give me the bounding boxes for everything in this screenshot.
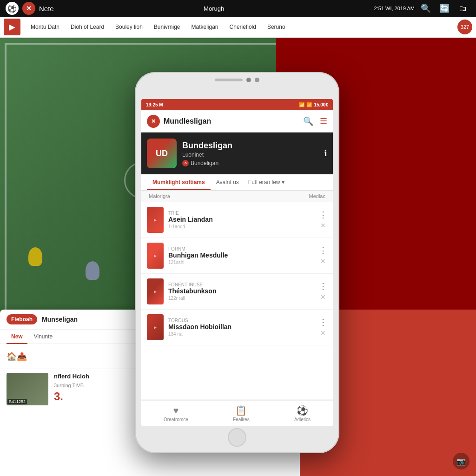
phone-header-icons: 🔍 ☰ (303, 116, 327, 126)
windows-button[interactable]: 🗂 (456, 1, 470, 16)
item-category-3: Torous (168, 318, 314, 323)
phone-tabs: Mumklight softiams Avalnt us Futl eran l… (141, 174, 333, 191)
nav-badge: 327 (457, 20, 472, 34)
phone-shell: 19:25 M 📶 📶 15.00€ ✕ Mundlesligan 🔍 ☰ (135, 72, 339, 453)
bottom-nav-oreafromce[interactable]: ♥ Oreafromce (164, 405, 188, 422)
phone-overlay: 19:25 M 📶 📶 15.00€ ✕ Mundlesligan 🔍 ☰ (135, 72, 339, 453)
item-title-0[interactable]: Asein Liandan (168, 216, 314, 224)
phone-app-header: ✕ Mundlesligan 🔍 ☰ (141, 110, 333, 132)
player-figure-2 (86, 261, 99, 280)
phone-speaker (215, 79, 243, 81)
phone-bottom-nav: ♥ Oreafromce 📋 Fealires ⚽ Adletics (141, 400, 333, 426)
nav-tab-4[interactable]: Matkeligan (187, 21, 223, 33)
phone-tab-dropdown[interactable]: Futl eran lew ▾ (245, 174, 288, 190)
phone-app-title: Mundlesligan (164, 117, 299, 126)
list-item: ▶ Fornm Bunhigan Mesdulle 121sshi ⋮ ✕ (141, 238, 333, 274)
list-item-thumb-0: ▶ (147, 207, 164, 233)
phone-tab-0[interactable]: Mumklight softiams (147, 174, 211, 190)
phone-status-right: 📶 📶 15.00€ (299, 102, 328, 107)
thumb-inner-2: ▶ (147, 278, 164, 304)
card-nav-new[interactable]: New (7, 330, 27, 344)
phone-signal-icon: 📶 (306, 102, 312, 107)
soccer-ball-icon: ⚽ (297, 405, 308, 416)
list-item: ▶ Fonent Inuse Théstabunkson 122r rall ⋮… (141, 274, 333, 310)
channel-name: Bundesligan (182, 141, 318, 151)
phone-list: ▶ Trie Asein Liandan 1·1aodd ⋮ ✕ ▶ (141, 202, 333, 399)
item-meta-3: 134 nal (168, 331, 314, 337)
channel-tag: ✕ Bundeligan (182, 160, 318, 166)
item-title-1[interactable]: Bunhigan Mesdulle (168, 251, 314, 259)
phone-sensor (255, 78, 259, 82)
item-category-1: Fornm (168, 246, 314, 251)
item-title-2[interactable]: Théstabunkson (168, 287, 314, 295)
item-category-2: Fonent Inuse (168, 282, 314, 287)
more-icon-0[interactable]: ⋮ (319, 211, 327, 219)
card-nav-vinunte[interactable]: Vinunte (29, 330, 57, 344)
list-item-content-2: Fonent Inuse Théstabunkson 122r rall (168, 282, 314, 301)
phone-screen: 19:25 M 📶 📶 15.00€ ✕ Mundlesligan 🔍 ☰ (141, 99, 333, 426)
thumb-inner-3: ▶ (147, 314, 164, 340)
item-meta-2: 122r rall (168, 296, 314, 301)
phone-tab-1[interactable]: Avalnt us (211, 174, 245, 190)
list-item-thumb-2: ▶ (147, 278, 164, 304)
nav-label-2: Adletics (294, 417, 311, 422)
channel-logo-text: UD (156, 149, 168, 159)
desktop-nav: ▶ Montu Dath Dioh of Leard Bouley lioh B… (0, 17, 476, 38)
nav-tab-5[interactable]: Cheriefiold (225, 21, 261, 33)
phone-channel-banner: UD Bundesligan Luoninet ✕ Bundeligan ℹ (141, 132, 333, 174)
list-item: ▶ Trie Asein Liandan 1·1aodd ⋮ ✕ (141, 202, 333, 238)
bottom-nav-fealires[interactable]: 📋 Fealires (233, 405, 250, 422)
close-icon-3[interactable]: ✕ (320, 329, 326, 337)
channel-info: Bundesligan Luoninet ✕ Bundeligan (182, 141, 318, 166)
nav-tab-0[interactable]: Montu Dath (26, 21, 64, 33)
item-title-3[interactable]: Missdaon Hobioillan (168, 323, 314, 331)
phone-battery: 15.00€ (314, 102, 328, 107)
refresh-button[interactable]: 🔄 (437, 1, 452, 16)
nav-tab-1[interactable]: Dioh of Leard (66, 21, 109, 33)
list-item-content-3: Torous Missdaon Hobioillan 134 nal (168, 318, 314, 337)
list-item-thumb-3: ▶ (147, 314, 164, 340)
nav-tab-3[interactable]: Bunivrnige (149, 21, 185, 33)
list-item-actions-1: ⋮ ✕ (319, 246, 327, 265)
channel-info-icon[interactable]: ℹ (324, 148, 327, 159)
close-icon-0[interactable]: ✕ (320, 222, 326, 229)
heart-icon: ♥ (173, 405, 179, 416)
phone-home-button[interactable] (228, 428, 246, 447)
nav-tab-2[interactable]: Bouley lioh (111, 21, 147, 33)
nav-label-1: Fealires (233, 417, 250, 422)
phone-app-logo: ✕ (147, 115, 160, 128)
list-item-content-1: Fornm Bunhigan Mesdulle 121sshi (168, 246, 314, 265)
bottom-nav-adletics[interactable]: ⚽ Adletics (294, 405, 311, 422)
desktop-title: Morugh (204, 5, 224, 12)
search-button[interactable]: 🔍 (418, 1, 433, 16)
phone-search-icon[interactable]: 🔍 (303, 116, 313, 126)
clipboard-icon: 📋 (235, 405, 247, 416)
phone-menu-icon[interactable]: ☰ (320, 116, 327, 126)
thumb-inner-0: ▶ (147, 207, 164, 233)
more-icon-2[interactable]: ⋮ (319, 282, 327, 291)
youtube-icon[interactable]: ▶ (4, 19, 20, 35)
close-icon-1[interactable]: ✕ (320, 258, 326, 265)
item-meta-1: 121sshi (168, 260, 314, 265)
card-icon-home[interactable]: 🏠 (7, 351, 17, 362)
card-thumbnail[interactable]: S411252 (7, 373, 48, 405)
thumb-inner-1: ▶ (147, 243, 164, 269)
thumb-badge: S411252 (7, 399, 27, 404)
card-icon-share[interactable]: 📤 (17, 351, 27, 362)
channel-tag-icon: ✕ (182, 160, 189, 166)
channel-logo: UD (147, 139, 177, 168)
nav-tab-6[interactable]: Seruno (263, 21, 290, 33)
nav-label-0: Oreafromce (164, 417, 188, 422)
more-icon-1[interactable]: ⋮ (319, 246, 327, 255)
statusbar-right: 2:51 WI, 2019 AM 🔍 🔄 🗂 (374, 1, 470, 16)
close-icon-2[interactable]: ✕ (320, 293, 326, 301)
desktop-app-name: Nete (39, 5, 54, 13)
table-header-left: Malorigra (149, 193, 170, 199)
more-icon-3[interactable]: ⋮ (319, 318, 327, 326)
camera-icon[interactable]: 📷 (453, 453, 469, 469)
table-header-right: Mediac (309, 193, 325, 199)
card-tag[interactable]: Fieboah (7, 314, 37, 324)
time-display: 2:51 WI, 2019 AM (374, 6, 415, 11)
list-item-actions-2: ⋮ ✕ (319, 282, 327, 301)
statusbar-left: ⚽ ✕ Nete (6, 2, 54, 15)
